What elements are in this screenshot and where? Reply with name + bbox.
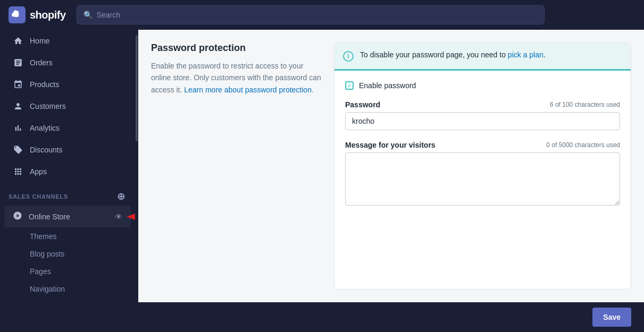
sales-channels-header: SALES CHANNELS ⊕ [0, 183, 135, 205]
message-field-section: Message for your visitors 0 of 5000 char… [345, 141, 620, 208]
sidebar-subitem-pages[interactable]: Pages [4, 263, 131, 280]
sidebar-label-orders: Orders [30, 58, 53, 67]
info-icon: i [343, 51, 354, 62]
logo[interactable]: shopify [9, 6, 66, 23]
online-store-controls: 👁 [115, 212, 122, 221]
bottom-bar: Save [0, 302, 644, 332]
sidebar-item-products[interactable]: Products [4, 74, 131, 95]
message-field-label: Message for your visitors [345, 141, 436, 149]
content-area: Password protection Enable the password … [138, 30, 644, 302]
password-field-label: Password [345, 100, 380, 109]
sidebar-item-customers[interactable]: Customers [4, 96, 131, 117]
sidebar-subitem-domains[interactable]: Domains [4, 298, 131, 302]
search-bar[interactable]: 🔍 [77, 5, 545, 24]
online-store-label: Online Store [29, 212, 70, 221]
customers-icon [13, 101, 23, 112]
message-char-count: 0 of 5000 characters used [546, 141, 620, 149]
home-icon [13, 36, 23, 46]
sidebar-item-apps[interactable]: Apps [4, 161, 131, 182]
online-store-eye-icon[interactable]: 👁 [115, 212, 122, 221]
password-char-count: 6 of 100 characters used [550, 101, 620, 108]
shopify-wordmark: shopify [30, 9, 66, 21]
sidebar-label-discounts: Discounts [30, 146, 62, 154]
sidebar-label-home: Home [30, 37, 49, 45]
panel-title: Password protection [151, 42, 321, 54]
apps-icon [13, 166, 23, 177]
sidebar-subitem-navigation[interactable]: Navigation [4, 280, 131, 297]
password-card: i To disable your password page, you nee… [334, 42, 631, 290]
add-sales-channel-button[interactable]: ⊕ [116, 191, 127, 202]
sidebar-item-discounts[interactable]: Discounts [4, 139, 131, 160]
sidebar-content: Home Orders Products [0, 30, 138, 302]
message-textarea[interactable] [345, 152, 620, 206]
sidebar-label-products: Products [30, 80, 59, 89]
save-button[interactable]: Save [592, 308, 631, 327]
sidebar-label-customers: Customers [30, 102, 66, 110]
products-icon [13, 79, 23, 90]
shopify-logo-icon [9, 6, 26, 23]
left-panel: Password protection Enable the password … [151, 42, 321, 290]
scrollbar-thumb [136, 35, 138, 141]
sidebar-label-apps: Apps [30, 167, 47, 176]
search-input[interactable] [97, 11, 538, 19]
pick-plan-link[interactable]: pick a plan [508, 50, 543, 59]
password-input[interactable] [345, 112, 620, 130]
enable-password-checkbox[interactable]: ✓ [345, 81, 354, 90]
search-icon: 🔍 [83, 11, 93, 19]
analytics-icon [13, 123, 23, 133]
online-store-icon [13, 211, 22, 222]
info-banner: i To disable your password page, you nee… [334, 43, 631, 71]
sidebar-subitem-blog-posts[interactable]: Blog posts [4, 245, 131, 262]
card-body: ✓ Enable password Password 6 of 100 char… [334, 71, 631, 229]
sidebar-item-home[interactable]: Home [4, 30, 131, 52]
password-field-section: Password 6 of 100 characters used [345, 100, 620, 130]
discounts-icon [13, 144, 23, 155]
sidebar-item-orders[interactable]: Orders [4, 52, 131, 73]
orders-icon [13, 57, 23, 68]
learn-more-link[interactable]: Learn more about password protection [184, 86, 312, 94]
main-layout: Home Orders Products [0, 30, 644, 302]
checkbox-check-icon: ✓ [347, 82, 352, 89]
sidebar-scrollbar[interactable] [135, 30, 138, 302]
sidebar-inner: Home Orders Products [0, 30, 135, 302]
sidebar-item-analytics[interactable]: Analytics [4, 117, 131, 139]
sidebar-item-online-store[interactable]: Online Store 👁 [4, 206, 131, 227]
enable-password-row: ✓ Enable password [345, 81, 620, 90]
panel-description: Enable the password to restrict access t… [151, 60, 321, 96]
enable-password-label: Enable password [359, 81, 416, 90]
sidebar: Home Orders Products [0, 30, 138, 302]
sidebar-label-analytics: Analytics [30, 124, 60, 132]
sidebar-subitem-themes[interactable]: Themes [4, 228, 131, 245]
top-navigation: shopify 🔍 [0, 0, 644, 30]
